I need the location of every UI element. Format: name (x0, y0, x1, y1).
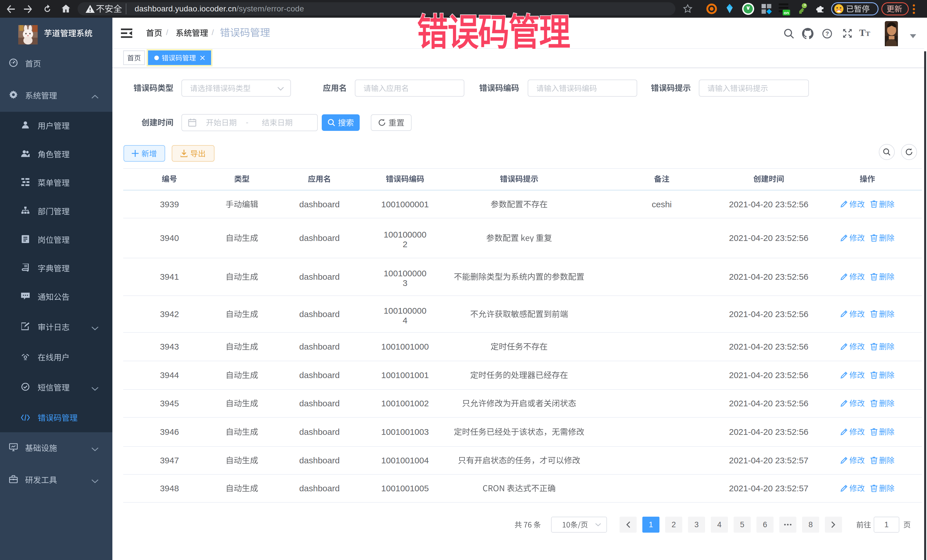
svg-text:?: ? (825, 30, 829, 37)
svg-text:on: on (784, 10, 789, 15)
